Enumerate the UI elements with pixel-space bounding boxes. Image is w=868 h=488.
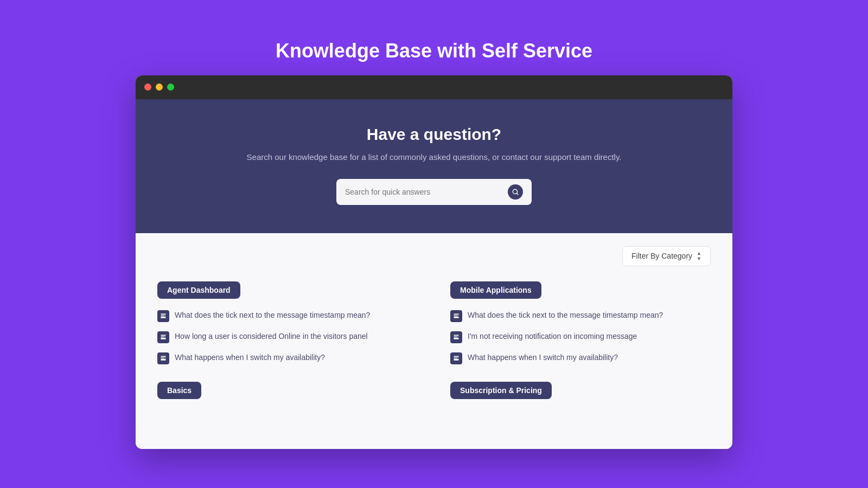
category-badge-agent-dashboard: Agent Dashboard [157, 281, 240, 299]
article-text: What happens when I switch my availabili… [468, 352, 618, 363]
category-badge-basics: Basics [157, 382, 201, 399]
article-icon [157, 331, 169, 343]
article-text: What happens when I switch my availabili… [175, 352, 325, 363]
filter-row: Filter By Category ▲ ▼ [157, 246, 711, 266]
categories-grid: Agent Dashboard What does the tick next … [157, 281, 711, 427]
article-icon [157, 310, 169, 322]
article-text: What does the tick next to the message t… [175, 310, 370, 321]
svg-line-1 [517, 193, 519, 195]
article-icon [157, 352, 169, 364]
browser-titlebar [136, 75, 732, 99]
category-agent-dashboard: Agent Dashboard What does the tick next … [157, 281, 418, 364]
category-basics: Basics [157, 382, 418, 410]
dot-yellow[interactable] [156, 84, 163, 91]
list-item[interactable]: What happens when I switch my availabili… [157, 352, 418, 364]
list-item[interactable]: I'm not receiving notification on incomi… [450, 331, 711, 343]
search-button[interactable] [508, 184, 523, 200]
article-list-mobile-applications: What does the tick next to the message t… [450, 310, 711, 364]
filter-arrows-icon: ▲ ▼ [697, 251, 701, 261]
article-icon [450, 310, 462, 322]
search-bar [336, 179, 532, 205]
search-bar-wrapper [157, 179, 711, 205]
article-text: What does the tick next to the message t… [468, 310, 663, 321]
article-icon [450, 331, 462, 343]
search-input[interactable] [345, 188, 503, 196]
filter-by-category-button[interactable]: Filter By Category ▲ ▼ [622, 246, 711, 266]
category-badge-mobile-applications: Mobile Applications [450, 281, 541, 299]
svg-point-0 [513, 189, 517, 194]
article-text: How long a user is considered Online in … [175, 331, 368, 342]
filter-label: Filter By Category [631, 252, 692, 260]
article-text: I'm not receiving notification on incomi… [468, 331, 637, 342]
list-item[interactable]: What happens when I switch my availabili… [450, 352, 711, 364]
browser-window: Have a question? Search our knowledge ba… [136, 75, 732, 449]
article-icon [450, 352, 462, 364]
hero-section: Have a question? Search our knowledge ba… [136, 99, 732, 233]
category-badge-subscription-pricing: Subscription & Pricing [450, 382, 552, 399]
hero-subtitle: Search our knowledge base for a list of … [157, 152, 711, 162]
dot-red[interactable] [144, 84, 151, 91]
dot-green[interactable] [167, 84, 174, 91]
category-mobile-applications: Mobile Applications What does the tick n… [450, 281, 711, 364]
list-item[interactable]: What does the tick next to the message t… [157, 310, 418, 322]
category-subscription-pricing: Subscription & Pricing [450, 382, 711, 410]
list-item[interactable]: How long a user is considered Online in … [157, 331, 418, 343]
list-item[interactable]: What does the tick next to the message t… [450, 310, 711, 322]
page-title: Knowledge Base with Self Service [276, 40, 592, 62]
content-section: Filter By Category ▲ ▼ Agent Dashboard W… [136, 233, 732, 449]
article-list-agent-dashboard: What does the tick next to the message t… [157, 310, 418, 364]
hero-title: Have a question? [157, 125, 711, 144]
